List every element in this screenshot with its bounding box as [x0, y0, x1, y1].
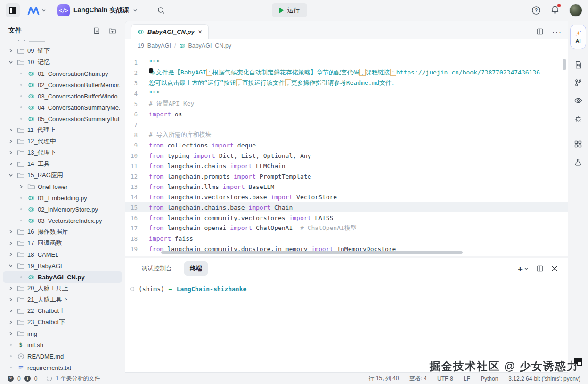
close-panel-icon[interactable] [551, 265, 558, 272]
code-line[interactable]: 17from langchain_openai import ChatOpenA… [125, 223, 568, 233]
sidebar-toggle-button[interactable] [6, 3, 20, 17]
tree-file-row[interactable]: BabyAGI_CN.py [3, 271, 122, 283]
code-line[interactable]: 10from typing import Dict, List, Optiona… [125, 150, 568, 161]
status-cursor-position[interactable]: 行 15, 列 40 [369, 375, 399, 383]
tree-folder-row[interactable]: 13_代理下 [3, 147, 122, 158]
tree-file-row[interactable]: 04_ConversationSummaryMe... [3, 102, 122, 113]
tree-file-row[interactable]: $init.sh [3, 339, 122, 351]
tree-folder-row[interactable]: 12_代理中 [3, 136, 122, 147]
experiments-flask-icon[interactable] [568, 153, 588, 171]
chevron-right-icon[interactable] [8, 330, 14, 337]
breadcrumb-folder[interactable]: 19_BabyAGI [138, 42, 171, 49]
code-editor[interactable]: 1"""2本文件是【BabyAGI：根据气候变化自动制定鲜花存储策略】章节的配套… [125, 52, 568, 256]
chevron-right-icon[interactable] [8, 251, 14, 258]
tree-folder-row[interactable]: img [3, 328, 122, 339]
line-number[interactable]: 16 [125, 214, 149, 221]
code-line[interactable]: 7 [125, 119, 568, 130]
tree-file-row[interactable]: 01_ConversationChain.py [3, 68, 122, 79]
split-terminal-icon[interactable] [536, 265, 544, 272]
problems-summary[interactable]: ✕ 0 ! 0 1 个要分析的文件 [8, 375, 100, 383]
tree-folder-row[interactable]: 16_操作数据库 [3, 226, 122, 237]
chevron-down-icon[interactable] [8, 59, 14, 65]
chevron-right-icon[interactable] [8, 296, 14, 303]
help-icon[interactable]: ? [531, 6, 541, 15]
code-line[interactable]: 11from langchain.chains import LLMChain [125, 161, 568, 171]
code-line[interactable]: 16from langchain_community.vectorstores … [125, 212, 568, 223]
debug-icon[interactable] [568, 109, 588, 127]
tab-terminal[interactable]: 终端 [184, 261, 208, 276]
tree-folder-row[interactable]: OneFlower [3, 181, 122, 192]
line-number[interactable]: 15 [125, 204, 149, 211]
tree-file-row[interactable]: 03_VectorstoreIndex.py [3, 215, 122, 226]
code-line[interactable]: 4""" [125, 88, 568, 98]
tree-folder-row[interactable]: 19_BabyAGI [3, 260, 122, 271]
code-line[interactable]: 2本文件是【BabyAGI：根据气候变化自动制定鲜花存储策略】章节的配套代码，课… [125, 67, 568, 78]
tree-file-row[interactable]: 03_ConversationBufferWindo... [3, 90, 122, 102]
file-search-icon[interactable] [568, 56, 588, 74]
line-number[interactable]: 8 [125, 131, 149, 139]
tree-folder-row[interactable]: 20_人脉工具上 [3, 283, 122, 294]
status-eol[interactable]: LF [464, 376, 470, 382]
chevron-right-icon[interactable] [18, 183, 24, 190]
code-line[interactable]: 9from collections import deque [125, 140, 568, 150]
horizontal-scrollbar[interactable] [161, 251, 463, 254]
line-number[interactable]: 3 [125, 80, 149, 87]
tree-folder-row[interactable]: 14_工具 [3, 158, 122, 170]
tree-partial-row[interactable] [0, 40, 125, 45]
breadcrumb-file[interactable]: BabyAGI_CN.py [179, 42, 231, 49]
new-folder-icon[interactable] [108, 27, 116, 35]
tree-folder-row[interactable]: 11_代理上 [3, 124, 122, 136]
close-icon[interactable]: ✕ [198, 29, 203, 35]
tree-file-row[interactable]: requirements.txt [3, 362, 122, 373]
code-line[interactable]: 6import os [125, 109, 568, 119]
tree-folder-row[interactable]: 09_链下 [3, 45, 122, 57]
search-icon[interactable] [157, 6, 165, 15]
tree-folder-row[interactable]: 21_人脉工具下 [3, 294, 122, 305]
line-number[interactable]: 10 [125, 152, 149, 159]
chevron-right-icon[interactable] [8, 127, 14, 133]
code-line[interactable]: 13from langchain.llms import BaseLLM [125, 181, 568, 192]
chevron-right-icon[interactable] [8, 48, 14, 54]
notifications-button[interactable] [550, 5, 560, 16]
line-number[interactable]: 9 [125, 142, 149, 149]
line-number[interactable]: 1 [125, 59, 149, 66]
line-number[interactable]: 12 [125, 173, 149, 180]
code-line[interactable]: 8# 导入所需的库和模块 [125, 130, 568, 140]
tree-file-row[interactable]: 02_ConversationBufferMemor... [3, 79, 122, 90]
new-terminal-button[interactable]: + [518, 265, 529, 273]
line-number[interactable]: 13 [125, 183, 149, 190]
vertical-scrollbar[interactable] [563, 59, 566, 70]
ai-assistant-button[interactable]: AI [570, 25, 586, 49]
code-line[interactable]: 1""" [125, 57, 568, 67]
tree-folder-row[interactable]: 15_RAG应用 [3, 170, 122, 181]
tree-folder-row[interactable]: 18_CAMEL [3, 249, 122, 260]
run-button[interactable]: 运行 [272, 3, 307, 17]
chevron-right-icon[interactable] [8, 308, 14, 314]
line-number[interactable]: 6 [125, 111, 149, 118]
tree-folder-row[interactable]: 10_记忆 [3, 57, 122, 68]
chevron-right-icon[interactable] [8, 240, 14, 246]
chevron-right-icon[interactable] [8, 285, 14, 292]
chevron-right-icon[interactable] [8, 161, 14, 167]
chevron-right-icon[interactable] [8, 319, 14, 326]
app-logo-menu[interactable] [27, 7, 46, 15]
split-editor-icon[interactable] [536, 28, 544, 35]
line-number[interactable]: 2 [125, 69, 149, 76]
tree-folder-row[interactable]: 17_回调函数 [3, 237, 122, 249]
line-number[interactable]: 14 [125, 194, 149, 201]
chevron-down-icon[interactable] [8, 172, 14, 179]
tree-file-row[interactable]: 01_Embedding.py [3, 192, 122, 204]
tree-folder-row[interactable]: 22_Chatbot上 [3, 305, 122, 317]
new-file-icon[interactable] [93, 27, 101, 35]
line-number[interactable]: 19 [125, 245, 149, 253]
tab-debug-console[interactable]: 调试控制台 [136, 261, 178, 276]
chevron-right-icon[interactable] [8, 138, 14, 145]
source-control-icon[interactable] [568, 74, 588, 91]
status-indent-setting[interactable]: 空格: 4 [409, 375, 427, 383]
status-interpreter[interactable]: 3.12.2 64-bit ('shims': pyenv) [508, 376, 580, 382]
chevron-right-icon[interactable] [8, 229, 14, 235]
code-review-icon[interactable] [568, 91, 588, 109]
code-line[interactable]: 15from langchain.chains.base import Chai… [125, 202, 568, 212]
code-line[interactable]: 14from langchain.vectorstores.base impor… [125, 192, 568, 202]
line-number[interactable]: 7 [125, 121, 149, 128]
